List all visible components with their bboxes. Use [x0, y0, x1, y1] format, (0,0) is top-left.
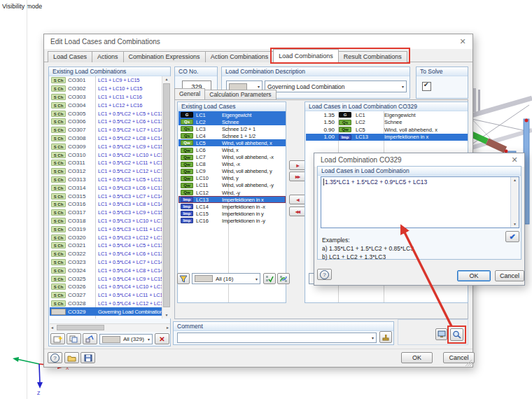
remove-case-button[interactable]: ◂ [289, 195, 306, 204]
combo-row[interactable]: S ChCO302LC1 + LC10 + LC15 [50, 85, 162, 93]
comment-stamp-button[interactable] [379, 331, 392, 343]
load-case-row[interactable]: QsLC2Schnee [178, 118, 286, 125]
combos-vscrollbar[interactable]: ▲ ▼ [162, 76, 171, 318]
add-all-cases-button[interactable]: ▸▸ [289, 172, 306, 181]
co-case-row[interactable]: 1.50QsLC2Schnee [306, 119, 468, 127]
co-case-row[interactable]: 1.00ImpLC13Imperfektionen in x [306, 134, 468, 141]
load-case-row[interactable]: QwLC6Wind, x [178, 146, 286, 153]
tab-combination-expressions[interactable]: Combination Expressions [123, 51, 206, 62]
combo-row[interactable]: S ChCO325LC1 + 0.5*LC4 + LC9 + LC15 [50, 274, 162, 283]
combo-row[interactable]: S ChCO313LC1 + 0.5*LC3 + LC5 + LC13 [50, 176, 162, 184]
remove-all-cases-button[interactable]: ◂◂ [289, 206, 306, 216]
ok-button[interactable]: OK [401, 352, 433, 363]
load-case-row[interactable]: QwLC9Wind, voll abhebend, y [178, 168, 286, 175]
display-combination-button[interactable] [435, 328, 447, 340]
combo-row[interactable]: S ChCO304LC1 + LC12 + LC16 [50, 101, 162, 109]
save-button[interactable] [80, 352, 95, 363]
co-case-row[interactable]: 0.90QwLC5Wind, voll abhebend, x [306, 126, 468, 134]
load-case-row[interactable]: QsLC3Schnee 1/2 + 1 [178, 125, 286, 132]
copy-combo-button[interactable] [66, 333, 81, 344]
scroll-left-icon[interactable]: ◄ [50, 326, 54, 330]
close-icon[interactable]: ✕ [457, 36, 468, 47]
to-solve-checkbox[interactable]: ✔ [422, 82, 431, 91]
combo-row[interactable]: S ChCO311LC1 + 0.5*LC2 + LC11 + LC16 [50, 159, 162, 167]
scroll-right-icon[interactable]: ► [166, 326, 169, 330]
combo-row[interactable]: S ChCO314LC1 + 0.5*LC3 + LC6 + LC13 [50, 183, 162, 192]
popup-ok-button[interactable]: OK [457, 270, 491, 281]
combo-row[interactable]: S ChCO306LC1 + 0.5*LC2 + LC6 + LC13 [50, 118, 162, 126]
combo-row[interactable]: S ChCO317LC1 + 0.5*LC3 + LC9 + LC15 [50, 209, 162, 217]
load-case-row[interactable]: QwLC12Wind, -y [178, 189, 286, 196]
tab-result-combinations[interactable]: Result Combinations [338, 51, 407, 62]
combos-list[interactable]: S ChCO301LC1 + LC9 + LC15S ChCO302LC1 + … [50, 76, 162, 318]
tab-load-cases[interactable]: Load Cases [48, 51, 92, 62]
tab-action-combinations[interactable]: Action Combinations [205, 51, 274, 62]
combo-row[interactable]: S ChCO326LC1 + 0.5*LC4 + LC10 + LC15 [50, 283, 162, 291]
combo-row[interactable]: CO329Governing Load Combination [50, 307, 162, 316]
load-case-row[interactable]: ImpLC16Imperfektionen in -y [178, 217, 286, 224]
description-combobox[interactable]: Governing Load Combination ▾ [265, 80, 407, 92]
combo-row[interactable]: S ChCO320LC1 + 0.5*LC3 + LC12 + LC16 [50, 233, 162, 241]
popup-apply-button[interactable]: ✔ [505, 231, 519, 242]
open-button[interactable] [64, 352, 79, 363]
combos-filter-dropdown[interactable]: All (329) ▾ [99, 334, 153, 344]
load-case-row[interactable]: QwLC8Wind, -x [178, 161, 286, 168]
load-case-row[interactable]: ImpLC13Imperfektionen in x [178, 196, 286, 203]
combo-row[interactable]: S ChCO319LC1 + 0.5*LC3 + LC11 + LC16 [50, 225, 162, 233]
scroll-down-icon[interactable]: ▼ [162, 312, 171, 318]
tab-calculation-parameters[interactable]: Calculation Parameters [204, 90, 276, 99]
load-case-row[interactable]: QsLC4Schnee 1 + 1/2 [178, 132, 286, 139]
combo-row[interactable]: S ChCO301LC1 + LC9 + LC15 [50, 76, 162, 85]
combo-row[interactable]: S ChCO303LC1 + LC11 + LC16 [50, 93, 162, 102]
new-combo-button[interactable] [50, 333, 65, 344]
resize-grip[interactable] [465, 359, 472, 366]
scroll-thumb[interactable] [57, 325, 104, 330]
combo-row[interactable]: S ChCO312LC1 + 0.5*LC2 + LC12 + LC16 [50, 167, 162, 176]
load-cases-filter-dropdown[interactable]: All (16) ▾ [192, 273, 260, 284]
load-case-row[interactable]: QwLC5Wind, voll abhebend, x [178, 139, 286, 146]
combo-row[interactable]: S ChCO309LC1 + 0.5*LC2 + LC9 + LC15 [50, 142, 162, 150]
scroll-thumb[interactable] [163, 83, 170, 307]
combo-row[interactable]: S ChCO316LC1 + 0.5*LC3 + LC8 + LC14 [50, 200, 162, 209]
delete-combo-button[interactable]: ✕ [155, 333, 169, 344]
combo-row[interactable]: S ChCO323LC1 + 0.5*LC4 + LC7 + LC14 [50, 258, 162, 267]
dialog-titlebar[interactable]: Edit Load Cases and Combinations [44, 34, 472, 49]
add-case-button[interactable]: ▸ [289, 160, 306, 170]
scroll-up-icon[interactable]: ▲ [162, 76, 171, 83]
combo-row[interactable]: S ChCO328LC1 + 0.5*LC4 + LC12 + LC16 [50, 300, 162, 308]
combo-row[interactable]: S ChCO308LC1 + 0.5*LC2 + LC8 + LC14 [50, 134, 162, 143]
combo-row[interactable]: S ChCO327LC1 + 0.5*LC4 + LC11 + LC16 [50, 291, 162, 300]
load-case-row[interactable]: QwLC10Wind, y [178, 175, 286, 182]
combo-row[interactable]: S ChCO321LC1 + 0.5*LC4 + LC5 + LC13 [50, 241, 162, 250]
comment-combobox[interactable]: ▾ [177, 332, 377, 343]
popup-close-icon[interactable]: ✕ [509, 155, 520, 165]
select-all-button[interactable] [263, 273, 276, 284]
scroll-up-icon[interactable]: ▲ [511, 177, 519, 183]
combo-row[interactable]: S ChCO324LC1 + 0.5*LC4 + LC8 + LC14 [50, 266, 162, 274]
combo-row[interactable]: S ChCO315LC1 + 0.5*LC3 + LC7 + LC14 [50, 192, 162, 200]
formula-textarea[interactable]: 1.35*LC1 + 1.5*LC2 + 0.9*LC5 + LC13 ▲ ▼ [321, 176, 519, 228]
load-case-row[interactable]: ImpLC15Imperfektionen in y [178, 210, 286, 217]
help-button[interactable]: ? [48, 352, 62, 363]
filter-button[interactable] [177, 273, 190, 284]
edit-combination-button[interactable] [450, 328, 463, 341]
co-case-row[interactable]: 1.35GLC1Eigengewicht [306, 111, 468, 119]
popup-help-button[interactable]: ? [317, 269, 332, 280]
tab-general[interactable]: General [174, 88, 205, 99]
invert-selection-button[interactable] [277, 273, 290, 284]
popup-cancel-button[interactable]: Cancel [495, 270, 524, 281]
load-case-row[interactable]: ImpLC14Imperfektionen in -x [178, 203, 286, 210]
combo-row[interactable]: S ChCO322LC1 + 0.5*LC4 + LC6 + LC13 [50, 250, 162, 258]
formula-vscrollbar[interactable]: ▲ ▼ [510, 177, 519, 227]
load-case-row[interactable]: QwLC7Wind, voll abhebend, -x [178, 154, 286, 161]
popup-titlebar[interactable]: Load Combination CO329 [314, 153, 524, 167]
renumber-combo-button[interactable] [83, 333, 97, 344]
combos-hscrollbar[interactable]: ◄ ► [50, 323, 170, 332]
combo-row[interactable]: S ChCO305LC1 + 0.5*LC2 + LC5 + LC13 [50, 109, 162, 118]
scroll-down-icon[interactable]: ▼ [511, 221, 519, 227]
load-case-row[interactable]: GLC1Eigengewicht [178, 111, 286, 118]
load-case-row[interactable]: QwLC11Wind, voll abhebend, -y [178, 182, 286, 189]
combo-row[interactable]: S ChCO318LC1 + 0.5*LC3 + LC10 + LC15 [50, 217, 162, 225]
combo-row[interactable]: S ChCO310LC1 + 0.5*LC2 + LC10 + LC15 [50, 150, 162, 159]
combo-row[interactable]: S ChCO307LC1 + 0.5*LC2 + LC7 + LC14 [50, 126, 162, 134]
